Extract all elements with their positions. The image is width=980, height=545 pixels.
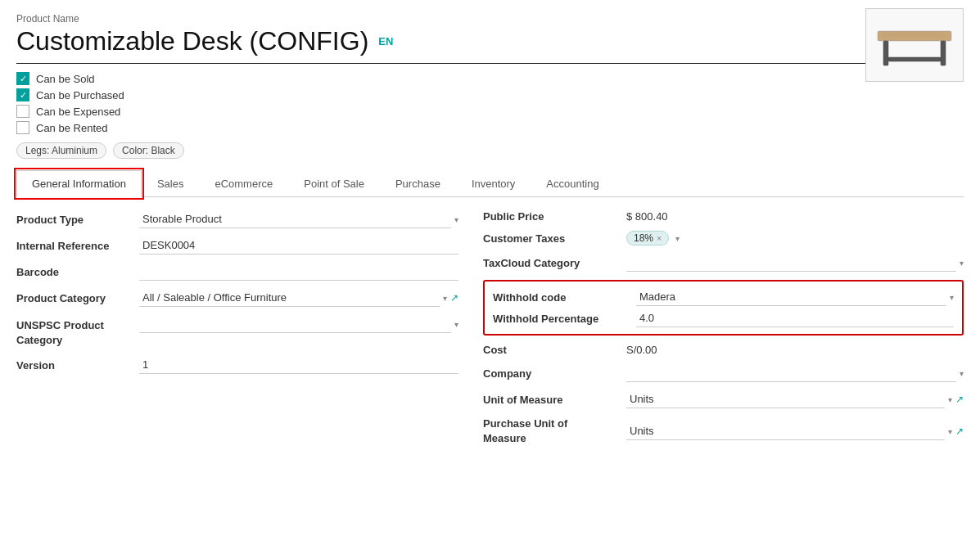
- checkbox-can-be-sold[interactable]: Can be Sold: [16, 72, 964, 85]
- checkbox-can-be-purchased-label: Can be Purchased: [36, 89, 124, 101]
- company-row: Company ▾: [483, 364, 964, 382]
- checkbox-can-be-sold-label: Can be Sold: [36, 73, 95, 85]
- product-category-row: Product Category ▾ ↗: [16, 289, 458, 307]
- tabs-container: General Information Sales eCommerce Poin…: [16, 170, 964, 197]
- purchase-unit-dropdown-icon: ▾: [948, 427, 952, 436]
- checkbox-can-be-rented-box[interactable]: [16, 121, 29, 134]
- company-label: Company: [483, 367, 626, 380]
- public-price-label: Public Price: [483, 210, 626, 223]
- customer-taxes-value: 18% × ▾: [626, 231, 964, 245]
- product-category-value: ▾ ↗: [139, 289, 458, 307]
- purchase-unit-row: Purchase Unit ofMeasure ▾ ↗: [483, 417, 964, 446]
- internal-reference-input[interactable]: [139, 236, 458, 254]
- taxcloud-category-row: TaxCloud Category ▾: [483, 254, 964, 272]
- product-type-label: Product Type: [16, 210, 139, 226]
- product-type-dropdown-icon: ▾: [454, 215, 458, 224]
- version-label: Version: [16, 356, 139, 372]
- cost-value: S/0.00: [626, 344, 964, 356]
- product-type-select[interactable]: [139, 210, 451, 228]
- barcode-label: Barcode: [16, 263, 139, 278]
- tab-accounting[interactable]: Accounting: [531, 170, 614, 197]
- unit-of-measure-select[interactable]: [626, 390, 945, 408]
- tab-point-of-sale[interactable]: Point of Sale: [288, 170, 380, 197]
- version-row: Version: [16, 356, 458, 374]
- purchase-unit-external-link-icon[interactable]: ↗: [955, 426, 964, 437]
- title-divider: [16, 63, 964, 64]
- unit-of-measure-row: Unit of Measure ▾ ↗: [483, 390, 964, 408]
- tax-badge-text: 18%: [634, 232, 653, 244]
- form-left: Product Type ▾ Internal Reference Barcod…: [16, 210, 458, 454]
- barcode-input[interactable]: [139, 263, 458, 281]
- unspsc-dropdown-icon: ▾: [454, 320, 458, 329]
- company-select[interactable]: [626, 364, 956, 382]
- company-dropdown-icon: ▾: [960, 369, 964, 378]
- withhold-section: Withhold code ▾ Withhold Percentage: [483, 280, 964, 336]
- checkboxes-section: Can be Sold Can be Purchased Can be Expe…: [16, 72, 964, 134]
- checkbox-can-be-rented[interactable]: Can be Rented: [16, 121, 964, 134]
- internal-reference-row: Internal Reference: [16, 236, 458, 254]
- checkbox-can-be-expensed-box[interactable]: [16, 105, 29, 118]
- withhold-code-row: Withhold code ▾: [493, 288, 954, 306]
- variant-tag-color[interactable]: Color: Black: [113, 142, 184, 159]
- product-category-external-link-icon[interactable]: ↗: [450, 292, 458, 304]
- purchase-unit-select[interactable]: [626, 422, 945, 440]
- unspsc-select[interactable]: [139, 315, 451, 333]
- svg-rect-3: [883, 41, 888, 65]
- internal-reference-label: Internal Reference: [16, 236, 139, 252]
- form-right: Public Price $ 800.40 Customer Taxes 18%…: [483, 210, 964, 454]
- unit-of-measure-external-link-icon[interactable]: ↗: [955, 394, 964, 405]
- unspsc-value: ▾: [139, 315, 458, 333]
- withhold-percentage-label: Withhold Percentage: [493, 313, 636, 325]
- version-value: [139, 356, 458, 374]
- purchase-unit-label: Purchase Unit ofMeasure: [483, 417, 626, 446]
- withhold-code-label: Withhold code: [493, 291, 636, 304]
- tab-sales[interactable]: Sales: [142, 170, 200, 197]
- tab-purchase[interactable]: Purchase: [380, 170, 456, 197]
- tax-badge: 18% ×: [626, 231, 669, 245]
- svg-rect-4: [941, 41, 946, 65]
- customer-taxes-label: Customer Taxes: [483, 232, 626, 245]
- customer-taxes-row: Customer Taxes 18% × ▾: [483, 231, 964, 245]
- public-price-value: $ 800.40: [626, 210, 964, 223]
- public-price-text: $ 800.40: [626, 210, 668, 223]
- tab-ecommerce[interactable]: eCommerce: [199, 170, 288, 197]
- unit-of-measure-value: ▾ ↗: [626, 390, 964, 408]
- taxcloud-category-label: TaxCloud Category: [483, 257, 626, 269]
- unspsc-row: UNSPSC ProductCategory ▾: [16, 315, 458, 348]
- customer-taxes-dropdown-icon: ▾: [675, 234, 680, 243]
- unit-of-measure-label: Unit of Measure: [483, 394, 626, 406]
- form-body: Product Type ▾ Internal Reference Barcod…: [16, 210, 964, 454]
- internal-reference-value: [139, 236, 458, 254]
- withhold-code-select[interactable]: [636, 288, 946, 306]
- public-price-row: Public Price $ 800.40: [483, 210, 964, 223]
- barcode-value: [139, 263, 458, 281]
- withhold-percentage-input[interactable]: [636, 309, 954, 327]
- taxcloud-category-select[interactable]: [626, 254, 956, 272]
- cost-label: Cost: [483, 344, 626, 356]
- lang-badge[interactable]: EN: [378, 35, 393, 47]
- company-value: ▾: [626, 364, 964, 382]
- product-category-dropdown-icon: ▾: [443, 294, 447, 303]
- svg-rect-5: [888, 57, 941, 61]
- product-image: [865, 8, 964, 82]
- checkbox-can-be-purchased[interactable]: Can be Purchased: [16, 88, 964, 101]
- tab-general-information[interactable]: General Information: [16, 170, 142, 197]
- version-input[interactable]: [139, 356, 458, 374]
- unit-of-measure-dropdown-icon: ▾: [948, 395, 952, 404]
- product-category-select[interactable]: [139, 289, 440, 307]
- purchase-unit-value: ▾ ↗: [626, 422, 964, 440]
- unspsc-label: UNSPSC ProductCategory: [16, 315, 139, 348]
- cost-row: Cost S/0.00: [483, 344, 964, 356]
- withhold-percentage-value: [636, 309, 954, 327]
- checkbox-can-be-purchased-box[interactable]: [16, 88, 29, 101]
- cost-text: S/0.00: [626, 344, 657, 356]
- product-name-label: Product Name: [16, 13, 964, 25]
- variant-tag-legs[interactable]: Legs: Aluminium: [16, 142, 106, 159]
- tax-badge-remove-icon[interactable]: ×: [657, 233, 662, 243]
- checkbox-can-be-rented-label: Can be Rented: [36, 122, 107, 134]
- withhold-percentage-row: Withhold Percentage: [493, 309, 954, 327]
- withhold-code-dropdown-icon: ▾: [950, 293, 954, 302]
- checkbox-can-be-sold-box[interactable]: [16, 72, 29, 85]
- checkbox-can-be-expensed[interactable]: Can be Expensed: [16, 105, 964, 118]
- tab-inventory[interactable]: Inventory: [456, 170, 531, 197]
